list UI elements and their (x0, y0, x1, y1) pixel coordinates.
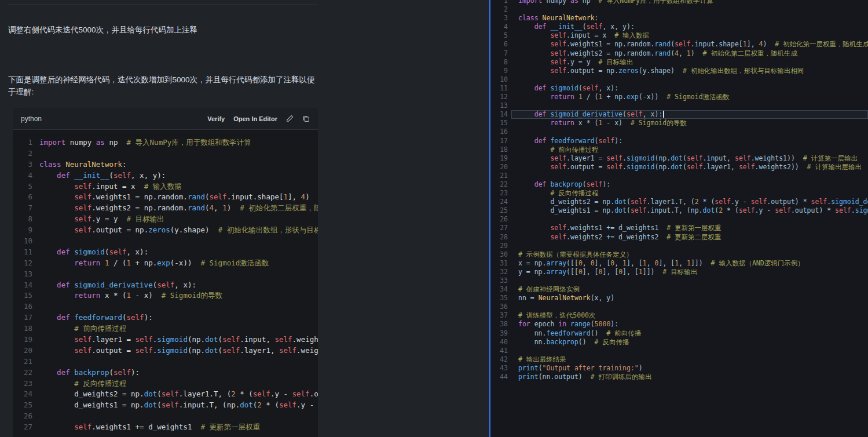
code-line[interactable]: 25 d_weights1 = np.dot(self.input.T, (np… (490, 206, 868, 215)
code-line[interactable]: 19 self.layer1 = self.sigmoid(np.dot(sel… (490, 154, 868, 163)
line-number: 20 (13, 345, 32, 356)
line-number: 14 (13, 280, 32, 291)
code-line-text (508, 5, 518, 14)
editor-pane[interactable]: 1import numpy as np # 导入NumPy库，用于数组和数学计算… (490, 0, 868, 437)
code-line: 16 (13, 301, 318, 312)
code-line[interactable]: 11 def sigmoid(self, x): (490, 84, 868, 93)
code-line[interactable]: 16 (490, 128, 868, 136)
code-line[interactable]: 3class NeuralNetwork: (490, 14, 868, 23)
line-number: 13 (13, 269, 32, 280)
code-line[interactable]: 32y = np.array([[0], [0], [0], [1]]) # 目… (490, 268, 868, 276)
code-line-text (32, 148, 39, 159)
code-line-text (508, 128, 518, 136)
line-number: 28 (490, 233, 508, 242)
code-line-text (32, 301, 39, 312)
code-line[interactable]: 1import numpy as np # 导入NumPy库，用于数组和数学计算 (490, 0, 868, 5)
line-number: 41 (490, 347, 508, 355)
code-line-text: import numpy as np # 导入NumPy库，用于数组和数学计算 (508, 0, 713, 5)
code-line-text: import numpy as np # 导入NumPy库，用于数组和数学计算 (32, 137, 251, 148)
code-line[interactable]: 26 (490, 215, 868, 224)
line-number: 29 (490, 242, 508, 250)
line-number: 7 (490, 49, 508, 58)
code-line[interactable]: 7 self.weights2 = np.random.rand(4, 1) #… (490, 49, 868, 58)
line-number: 36 (490, 303, 508, 311)
code-line[interactable]: 17 def feedforward(self): (490, 137, 868, 145)
code-line-text: self.weights1 = np.random.rand(self.inpu… (508, 40, 868, 49)
code-line[interactable]: 22 def backprop(self): (490, 180, 868, 189)
code-line-text: self.output = self.sigmoid(np.dot(self.l… (508, 163, 862, 172)
code-line[interactable]: 43print("Output after training:") (490, 364, 868, 373)
code-line[interactable]: 33 (490, 276, 868, 285)
code-line[interactable]: 12 return 1 / (1 + np.exp(-x)) # Sigmoid… (490, 93, 868, 101)
open-in-editor-button[interactable]: Open In Editor (233, 115, 277, 122)
code-line-text: return 1 / (1 + np.exp(-x)) # Sigmoid激活函… (508, 93, 730, 101)
code-line[interactable]: 6 self.weights1 = np.random.rand(self.in… (490, 40, 868, 49)
code-line[interactable]: 21 (490, 172, 868, 180)
code-line[interactable]: 2 (490, 5, 868, 14)
code-line-text: self.output = np.zeros(y.shape) # 初始化输出数… (508, 67, 804, 75)
code-line-text (32, 411, 39, 422)
code-line[interactable]: 27 self.weights1 += d_weights1 # 更新第一层权重 (490, 224, 868, 232)
code-line-text: self.layer1 = self.sigmoid(np.dot(self.i… (508, 154, 858, 163)
code-line[interactable]: 23 # 反向传播过程 (490, 189, 868, 198)
code-line-text: nn.backprop() # 反向传播 (508, 338, 629, 347)
code-line[interactable]: 30# 示例数据（需要根据具体任务定义） (490, 250, 868, 259)
code-line[interactable]: 8 self.y = y # 目标输出 (490, 58, 868, 67)
code-line[interactable]: 4 def __init__(self, x, y): (490, 23, 868, 31)
code-line-text (508, 276, 518, 285)
code-line[interactable]: 20 self.output = self.sigmoid(np.dot(sel… (490, 163, 868, 172)
code-line[interactable]: 18 # 前向传播过程 (490, 145, 868, 154)
code-line-text (32, 269, 39, 280)
code-line[interactable]: 41 (490, 347, 868, 355)
code-line[interactable]: 29 (490, 242, 868, 250)
edit-icon[interactable] (286, 115, 294, 122)
code-line[interactable]: 44print(nn.output) # 打印训练后的输出 (490, 373, 868, 381)
code-line[interactable]: 9 self.output = np.zeros(y.shape) # 初始化输… (490, 67, 868, 75)
code-line: 21 (13, 356, 318, 367)
code-line[interactable]: 5 self.input = x # 输入数据 (490, 31, 868, 40)
code-line[interactable]: 15 return x * (1 - x) # Sigmoid的导数 (490, 119, 868, 128)
code-line-text: self.weights2 = np.random.rand(4, 1) # 初… (508, 49, 797, 58)
text-cursor (663, 111, 664, 118)
copy-icon[interactable] (302, 115, 310, 122)
code-line[interactable]: 35nn = NeuralNetwork(x, y) (490, 294, 868, 303)
verify-button[interactable]: Verify (207, 115, 225, 122)
code-line: 10 (13, 236, 318, 247)
code-line-text: # 反向传播过程 (508, 189, 598, 198)
code-line: 14 def sigmoid_derivative(self, x): (13, 280, 318, 291)
line-number: 9 (13, 225, 32, 236)
code-line[interactable]: 38for epoch in range(5000): (490, 320, 868, 329)
line-number: 16 (490, 128, 508, 136)
code-line[interactable]: 40 nn.backprop() # 反向传播 (490, 338, 868, 347)
code-line[interactable]: 42# 输出最终结果 (490, 355, 868, 364)
code-line[interactable]: 37# 训练模型，迭代5000次 (490, 311, 868, 320)
code-line[interactable]: 28 self.weights2 += d_weights2 # 更新第二层权重 (490, 233, 868, 242)
code-line-text: d_weights1 = np.dot(self.input.T, (np.do… (32, 400, 318, 411)
code-line-text: return 1 / (1 + np.exp(-x)) # Sigmoid激活函… (32, 258, 269, 269)
code-line-text: for epoch in range(5000): (508, 320, 618, 329)
code-line-text: y = np.array([[0], [0], [0], [1]]) # 目标输… (508, 268, 697, 276)
line-number: 23 (13, 378, 32, 389)
code-line[interactable]: 31x = np.array([[0, 0], [0, 1], [1, 0], … (490, 259, 868, 268)
code-line[interactable]: 14 def sigmoid_derivative(self, x): (490, 110, 868, 119)
line-number: 4 (490, 23, 508, 31)
code-line[interactable]: 39 nn.feedforward() # 前向传播 (490, 329, 868, 338)
code-line[interactable]: 24 d_weights2 = np.dot(self.layer1.T, (2… (490, 198, 868, 206)
line-number: 35 (490, 294, 508, 303)
code-line-text: class NeuralNetwork: (32, 159, 127, 170)
code-line[interactable]: 10 (490, 75, 868, 84)
code-line[interactable]: 36 (490, 303, 868, 311)
line-number: 26 (490, 215, 508, 224)
code-line-text: self.input = x # 输入数据 (32, 181, 182, 192)
code-card-body: 1import numpy as np # 导入NumPy库，用于数组和数学计算… (13, 130, 318, 433)
code-line-text: nn = NeuralNetwork(x, y) (508, 294, 614, 303)
line-number: 25 (490, 206, 508, 215)
code-line[interactable]: 34# 创建神经网络实例 (490, 285, 868, 294)
code-line: 3class NeuralNetwork: (13, 159, 318, 170)
code-line-text (508, 101, 518, 110)
code-line-text: self.layer1 = self.sigmoid(np.dot(self.i… (32, 334, 318, 345)
code-line-text: # 前向传播过程 (508, 145, 598, 154)
line-number: 40 (490, 338, 508, 347)
code-line: 7 self.weights2 = np.random.rand(4, 1) #… (13, 203, 318, 214)
code-line[interactable]: 13 (490, 101, 868, 110)
